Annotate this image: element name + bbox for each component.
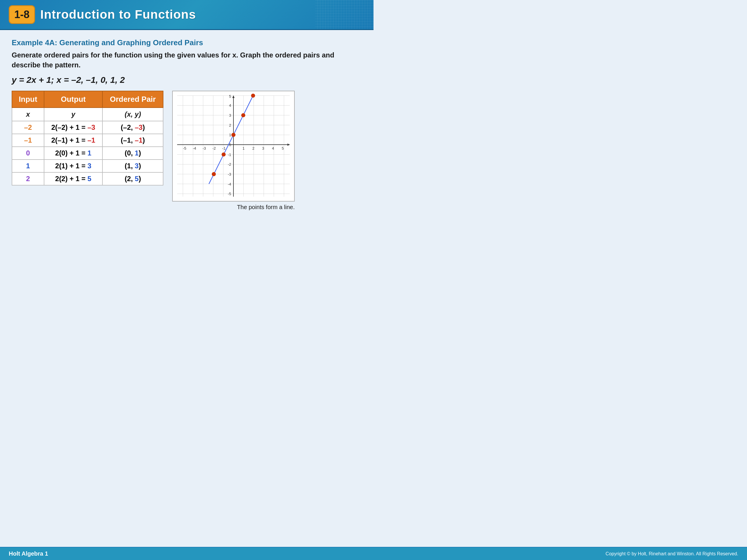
- graph-point: [231, 133, 235, 137]
- svg-text:1: 1: [242, 146, 244, 151]
- graph-description: The points form a line.: [237, 204, 295, 211]
- ordered-pair: (–1, –1): [102, 134, 163, 147]
- section-badge: 1-8: [9, 5, 35, 24]
- output-calc: 2(2) + 1 = 5: [44, 172, 103, 185]
- svg-text:2: 2: [229, 123, 231, 128]
- svg-text:3: 3: [262, 146, 264, 151]
- svg-text:-2: -2: [212, 146, 216, 151]
- main-content: Example 4A: Generating and Graphing Orde…: [0, 30, 374, 216]
- col-header-output: Output: [44, 91, 103, 108]
- function-table: Input Output Ordered Pair x y (x, y) –2 …: [12, 91, 163, 186]
- input-val: –2: [24, 123, 32, 131]
- subheader-xy: (x, y): [102, 108, 163, 121]
- svg-text:-5: -5: [183, 146, 186, 151]
- ordered-pair: (2, 5): [102, 172, 163, 185]
- output-calc: 2(1) + 1 = 3: [44, 160, 103, 172]
- svg-text:-1: -1: [222, 146, 226, 151]
- header: 1-8 Introduction to Functions: [0, 0, 374, 30]
- table-row: –2 2(–2) + 1 = –3 (–2, –3): [12, 121, 163, 134]
- svg-text:-3: -3: [228, 172, 231, 177]
- svg-text:-4: -4: [228, 182, 231, 186]
- table-row: –1 2(–1) + 1 = –1 (–1, –1): [12, 134, 163, 147]
- instructions-text: Generate ordered pairs for the function …: [12, 50, 362, 70]
- svg-text:-5: -5: [228, 192, 231, 196]
- svg-text:2: 2: [252, 146, 254, 151]
- input-val: –1: [24, 136, 32, 144]
- input-val: 1: [26, 162, 30, 170]
- output-calc: 2(–2) + 1 = –3: [44, 121, 103, 134]
- content-area: Input Output Ordered Pair x y (x, y) –2 …: [12, 91, 362, 211]
- svg-text:-1: -1: [228, 153, 231, 157]
- input-val: 0: [26, 149, 30, 157]
- svg-text:-3: -3: [203, 146, 206, 151]
- col-header-input: Input: [12, 91, 44, 108]
- graph-point: [241, 113, 246, 117]
- table-row: 0 2(0) + 1 = 1 (0, 1): [12, 147, 163, 160]
- graph-point: [222, 153, 226, 157]
- ordered-pair: (–2, –3): [102, 121, 163, 134]
- ordered-pair: (1, 3): [102, 160, 163, 172]
- svg-text:-4: -4: [193, 146, 196, 151]
- graph-point: [251, 94, 255, 98]
- svg-text:4: 4: [272, 146, 274, 151]
- coordinate-graph: -5 -4 -3 -2 -1 1 2 3 4 5 0 1 2: [172, 91, 295, 202]
- table-row: 2 2(2) + 1 = 5 (2, 5): [12, 172, 163, 185]
- header-title: Introduction to Functions: [40, 7, 196, 22]
- input-val: 2: [26, 175, 30, 183]
- example-title: Example 4A: Generating and Graphing Orde…: [12, 38, 362, 47]
- svg-text:-2: -2: [228, 162, 231, 166]
- subheader-y: y: [44, 108, 103, 121]
- ordered-pair: (0, 1): [102, 147, 163, 160]
- equation-text: y = 2x + 1; x = –2, –1, 0, 1, 2: [12, 75, 362, 85]
- svg-text:1: 1: [229, 133, 231, 137]
- output-calc: 2(0) + 1 = 1: [44, 147, 103, 160]
- svg-text:3: 3: [229, 113, 231, 117]
- graph-point: [212, 172, 216, 176]
- table-row: 1 2(1) + 1 = 3 (1, 3): [12, 160, 163, 172]
- svg-text:5: 5: [229, 94, 231, 99]
- output-calc: 2(–1) + 1 = –1: [44, 134, 103, 147]
- graph-container: -5 -4 -3 -2 -1 1 2 3 4 5 0 1 2: [172, 91, 295, 211]
- svg-text:5: 5: [282, 146, 284, 151]
- subheader-x: x: [12, 108, 44, 121]
- col-header-ordered-pair: Ordered Pair: [102, 91, 163, 108]
- svg-text:4: 4: [229, 104, 231, 108]
